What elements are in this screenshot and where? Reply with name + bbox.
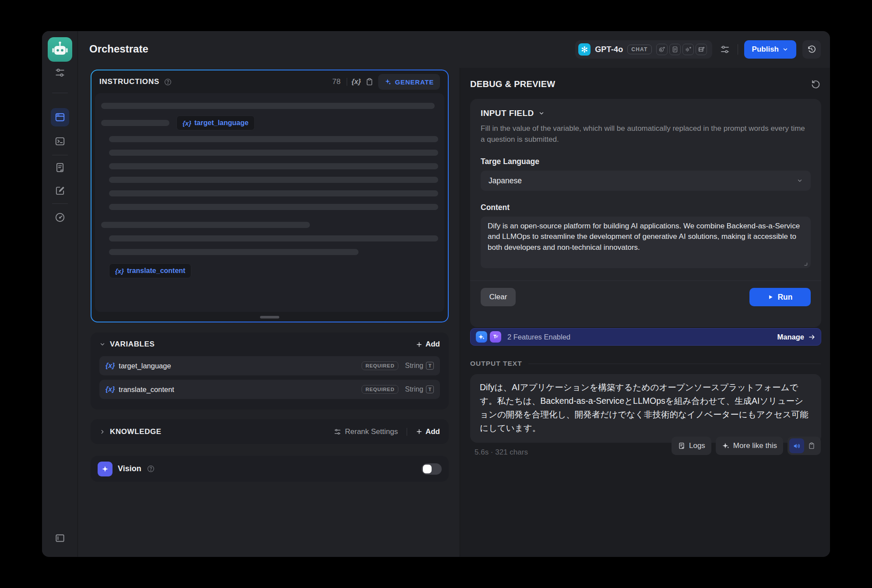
model-selector[interactable]: ✻ GPT-4o CHAT	[575, 40, 712, 59]
variable-icon: {x}	[183, 119, 191, 127]
skeleton-bar	[109, 163, 438, 169]
clipboard-icon	[808, 442, 816, 450]
more-like-this-button[interactable]: More like this	[716, 437, 783, 455]
dify-robot-app-icon[interactable]	[48, 37, 72, 62]
content-label: Content	[481, 203, 811, 212]
content-textarea[interactable]: Dify is an open-source platform for buil…	[481, 217, 811, 268]
history-button[interactable]	[802, 40, 821, 59]
edit-document-icon	[54, 185, 66, 196]
character-count: 78	[332, 77, 341, 86]
variable-row-translate-content[interactable]: {x} translate_content REQUIRED String T	[99, 380, 440, 399]
prompt-editor[interactable]: {x} target_language {x} tran	[95, 93, 444, 312]
restart-icon[interactable]	[810, 79, 821, 89]
variable-row-target-language[interactable]: {x} target_language REQUIRED String T	[99, 356, 440, 375]
gauge-icon	[54, 212, 66, 223]
sidebar-item-monitoring[interactable]	[54, 212, 66, 223]
logs-label: Logs	[689, 441, 705, 450]
target-language-select[interactable]: Japanese	[481, 171, 811, 191]
help-icon[interactable]	[147, 465, 155, 473]
vision-section: Vision	[91, 456, 449, 482]
sidebar-item-app-builder-active[interactable]	[51, 108, 69, 126]
logs-button[interactable]: Logs	[672, 437, 711, 455]
copy-prompt-button[interactable]	[365, 77, 374, 86]
copy-output-button[interactable]	[804, 438, 819, 453]
rerank-settings-button[interactable]: Rerank Settings	[334, 427, 398, 436]
window-icon	[54, 112, 66, 123]
more-like-this-feature-icon	[476, 331, 487, 343]
input-field-description: Fill in the value of the variable, which…	[481, 123, 811, 145]
audio-copy-group	[788, 437, 821, 455]
sidebar-item-terminal[interactable]	[54, 136, 66, 147]
target-language-label: Targe Language	[481, 157, 811, 166]
history-icon	[807, 45, 816, 54]
variable-chip-translate-content[interactable]: {x} translate_content	[109, 263, 191, 278]
collapse-sidebar-button[interactable]	[54, 532, 66, 544]
speaker-icon	[793, 442, 801, 450]
chevron-down-icon	[782, 46, 788, 52]
debug-preview-title: DEBUG & PREVIEW	[470, 79, 556, 89]
help-icon[interactable]	[164, 78, 172, 86]
card-divider	[470, 280, 821, 281]
sparkle-icon	[384, 78, 391, 85]
app-window: Orchestrate ✻ GPT-4o CHAT	[42, 31, 830, 557]
skeleton-bar	[109, 136, 438, 142]
string-type-icon: T	[426, 362, 434, 370]
panel-resize-handle[interactable]	[260, 316, 279, 318]
add-label: Add	[425, 427, 440, 436]
input-field-card: INPUT FIELD Fill in the value of the var…	[470, 99, 821, 327]
chevron-down-icon[interactable]	[538, 110, 545, 116]
more-like-this-label: More like this	[733, 441, 777, 450]
variable-name: target_language	[119, 362, 171, 370]
variable-chip-label: translate_content	[127, 267, 185, 275]
generate-label: GENERATE	[395, 78, 434, 86]
run-label: Run	[777, 293, 792, 302]
orchestrate-settings-icon[interactable]	[54, 67, 66, 78]
rerank-settings-label: Rerank Settings	[345, 427, 398, 436]
generate-button[interactable]: GENERATE	[378, 74, 440, 90]
variable-icon: {x}	[105, 362, 115, 370]
orchestrate-pane: INSTRUCTIONS 78 {x}	[78, 68, 460, 557]
manage-features-button[interactable]: Manage	[777, 333, 816, 341]
output-divider-line	[528, 364, 821, 364]
sidebar-divider	[52, 93, 68, 93]
variable-chip-target-language[interactable]: {x} target_language	[176, 116, 255, 130]
add-variable-button[interactable]: Add	[416, 340, 440, 349]
clear-button[interactable]: Clear	[481, 288, 516, 306]
debug-preview-pane: DEBUG & PREVIEW INPUT FIELD Fill in the …	[460, 68, 830, 557]
header-divider	[738, 44, 738, 55]
skeleton-bar	[101, 103, 435, 109]
toolbar-divider	[407, 428, 407, 436]
desktop: Orchestrate ✻ GPT-4o CHAT	[0, 0, 872, 588]
knowledge-section: KNOWLEDGE Rerank Settings Add	[91, 419, 449, 444]
features-enabled-bar[interactable]: 2 Features Enabled Manage	[470, 328, 821, 346]
play-icon	[767, 294, 774, 300]
sidebar-item-annotations[interactable]	[54, 185, 66, 196]
chevron-right-icon[interactable]	[99, 429, 105, 435]
variable-type: String	[405, 385, 423, 393]
vision-toggle-off[interactable]	[422, 463, 442, 475]
skeleton-bar	[109, 150, 438, 156]
publish-button[interactable]: Publish	[744, 40, 796, 59]
sliders-icon	[334, 428, 341, 436]
resize-corner-icon[interactable]	[802, 261, 808, 266]
skeleton-bar	[109, 190, 438, 196]
selected-language: Japanese	[489, 176, 522, 186]
chevron-down-icon[interactable]	[99, 341, 105, 347]
vision-label: Vision	[118, 464, 141, 473]
plus-icon	[416, 428, 422, 435]
panel-collapse-icon	[54, 532, 66, 544]
run-button[interactable]: Run	[749, 288, 811, 306]
variable-name: translate_content	[119, 385, 174, 394]
variable-icon: {x}	[105, 385, 115, 393]
insert-variable-button[interactable]: {x}	[352, 78, 361, 86]
arrow-right-icon	[808, 333, 816, 341]
add-knowledge-button[interactable]: Add	[416, 427, 440, 436]
output-text-title: OUTPUT TEXT	[470, 360, 522, 368]
sidebar-item-logs[interactable]	[54, 162, 66, 173]
text-to-speech-feature-icon	[490, 331, 501, 343]
terminal-icon	[54, 136, 66, 147]
vision-feature-icon	[98, 462, 113, 476]
prompt-settings-button[interactable]	[718, 43, 731, 56]
play-audio-button[interactable]	[789, 438, 804, 453]
manage-label: Manage	[777, 333, 804, 341]
